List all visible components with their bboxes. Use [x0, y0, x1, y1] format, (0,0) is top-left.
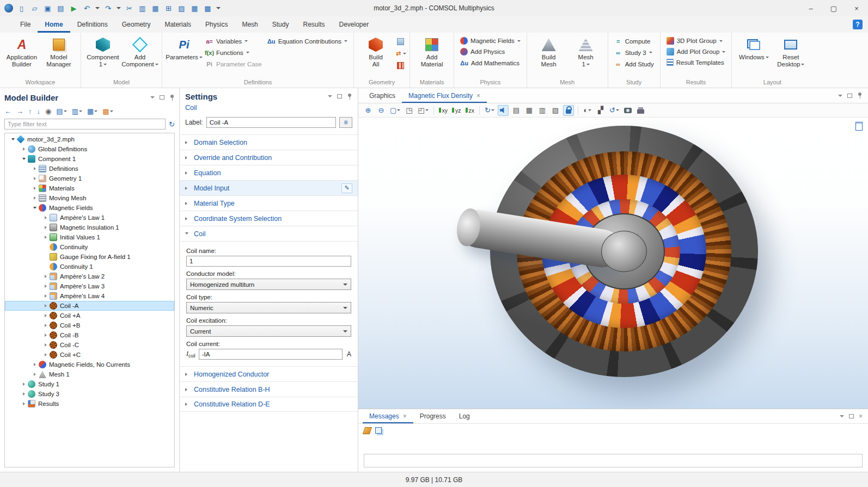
tree-item-gauge-fixing[interactable]: Gauge Fixing for A-field 1	[5, 252, 174, 262]
expand-icon[interactable]	[42, 294, 50, 298]
pin-panel-icon[interactable]	[169, 94, 175, 101]
paste-icon[interactable]: ▦	[151, 3, 160, 13]
save-icon[interactable]: ▣	[43, 3, 52, 13]
geometry-grid-button[interactable]	[395, 60, 406, 70]
collapse-icon[interactable]	[20, 156, 28, 162]
tree-back-button[interactable]: ←	[4, 107, 11, 115]
coil-name-input[interactable]	[186, 256, 351, 267]
float-panel-icon[interactable]	[337, 94, 342, 98]
tree-item-results[interactable]: Results	[5, 399, 174, 409]
expand-icon[interactable]	[42, 216, 50, 219]
section-coil[interactable]: Coil	[180, 226, 358, 241]
update-icon[interactable]: ↺	[608, 105, 620, 116]
zoom-in-icon[interactable]: ⊕	[363, 105, 374, 116]
redo-caret-icon[interactable]	[117, 7, 121, 11]
tree-forward-button[interactable]: →	[16, 107, 23, 115]
expand-icon[interactable]	[42, 353, 50, 356]
section-override-and-contribution[interactable]: Override and Contribution	[180, 150, 358, 165]
expand-icon[interactable]	[31, 363, 39, 366]
tab-developer[interactable]: Developer	[332, 16, 376, 33]
compute-button[interactable]: =Compute	[612, 36, 656, 46]
print-icon[interactable]	[635, 105, 646, 116]
customize-toolbar-caret-icon[interactable]	[216, 7, 221, 11]
duplicate-icon[interactable]: ⊞	[164, 3, 173, 13]
expand-icon[interactable]	[42, 236, 50, 239]
panel-menu-caret-icon[interactable]	[838, 95, 842, 99]
section-equation[interactable]: Equation	[180, 165, 358, 180]
edit-model-input-icon[interactable]: ✎	[341, 183, 352, 193]
expand-icon[interactable]	[42, 275, 50, 278]
collapse-icon[interactable]	[9, 137, 17, 142]
delete-icon[interactable]: ▨	[177, 3, 186, 13]
tree-item-amperes-law-3[interactable]: Ampère's Law 3	[5, 281, 174, 291]
refresh-plot-icon[interactable]: ↻	[484, 105, 496, 116]
section-constitutive-relation-de[interactable]: Constitutive Relation D-E	[180, 397, 358, 412]
tree-item-materials[interactable]: Materials	[5, 183, 174, 193]
functions-button[interactable]: f(x)Functions	[203, 48, 264, 57]
expand-icon[interactable]	[31, 187, 39, 190]
tree-item-global-definitions[interactable]: Global Definitions	[5, 144, 174, 154]
coil-type-select[interactable]: Numeric	[186, 302, 351, 313]
float-panel-icon[interactable]	[160, 95, 164, 100]
move-up-button[interactable]: ↑	[28, 107, 32, 115]
expand-icon[interactable]	[31, 167, 39, 170]
tab-materials[interactable]: Materials	[157, 16, 198, 33]
tab-study[interactable]: Study	[265, 16, 296, 33]
close-panel-icon[interactable]: ×	[859, 412, 863, 420]
minimize-button[interactable]: –	[799, 0, 822, 16]
copy-messages-icon[interactable]	[375, 427, 382, 434]
filter-button[interactable]: ▩	[102, 107, 113, 115]
zoom-out-icon[interactable]: ⊖	[376, 105, 387, 116]
coil-excitation-select[interactable]: Current	[186, 325, 351, 337]
transparency-icon[interactable]: ▞	[595, 105, 606, 116]
undo-caret-icon[interactable]	[95, 7, 100, 11]
tab-physics[interactable]: Physics	[198, 16, 235, 33]
tree-item-amperes-law-1[interactable]: Ampère's Law 1	[5, 213, 174, 223]
expand-icon[interactable]	[42, 324, 50, 327]
add-material-button[interactable]: AddMaterial	[414, 35, 450, 70]
tree-filter-input[interactable]	[4, 119, 166, 130]
tree-item-coil-plus-b[interactable]: Coil +B	[5, 320, 174, 330]
copy-icon[interactable]: ▥	[138, 3, 147, 13]
tree-item-amperes-law-4[interactable]: Ampère's Law 4	[5, 291, 174, 301]
mesh-1-button[interactable]: Mesh1	[568, 35, 604, 70]
cut-icon[interactable]: ✂	[125, 3, 134, 13]
parameter-case-button[interactable]: PiParameter Case	[203, 59, 264, 69]
collapse-nodes-button[interactable]: ▦	[87, 107, 97, 115]
columns-button[interactable]: ▤	[56, 107, 66, 115]
sound-icon[interactable]	[498, 105, 509, 116]
move-down-button[interactable]: ↓	[37, 107, 41, 115]
magnetic-fields-button[interactable]: Magnetic Fields	[458, 36, 523, 45]
tree-item-model-root[interactable]: motor_3d_2.mph	[5, 134, 174, 144]
view-yz-button[interactable]: yz	[451, 105, 462, 116]
plot-data-icon[interactable]: ▥	[537, 105, 548, 116]
tab-geometry[interactable]: Geometry	[115, 16, 158, 33]
3d-plot-group-button[interactable]: 3D Plot Group	[664, 36, 728, 45]
tab-results[interactable]: Results	[296, 16, 332, 33]
motor-3d-render[interactable]	[488, 124, 760, 379]
add-component-button[interactable]: AddComponent	[122, 35, 158, 70]
study-3-button[interactable]: ∞Study 3	[612, 48, 656, 57]
tree-item-initial-values-1[interactable]: Initial Values 1	[5, 232, 174, 242]
tab-magnetic-flux-density[interactable]: Magnetic Flux Density×	[402, 88, 487, 103]
coil-current-input[interactable]	[199, 349, 343, 360]
add-physics-button[interactable]: Add Physics	[458, 47, 523, 56]
tree-item-magnetic-insulation-1[interactable]: Magnetic Insulation 1	[5, 223, 174, 232]
tree-item-study-3[interactable]: Study 3	[5, 389, 174, 399]
view-zx-button[interactable]: zx	[464, 105, 476, 116]
tab-home[interactable]: Home	[38, 16, 70, 33]
close-tab-icon[interactable]: ×	[476, 92, 480, 100]
tree-item-continuity-1[interactable]: Continuity 1	[5, 262, 174, 272]
tree-item-coil-plus-a[interactable]: Coil +A	[5, 311, 174, 320]
windows-button[interactable]: Windows	[736, 35, 772, 63]
section-constitutive-relation-bh[interactable]: Constitutive Relation B-H	[180, 381, 358, 397]
maximize-button[interactable]: ▢	[822, 0, 845, 16]
expand-icon[interactable]	[42, 226, 50, 229]
clear-messages-icon[interactable]	[363, 427, 372, 434]
model-manager-button[interactable]: ModelManager	[41, 35, 77, 70]
pin-panel-icon[interactable]	[347, 93, 352, 100]
section-coordinate-system-selection[interactable]: Coordinate System Selection	[180, 211, 358, 226]
tree-item-coil-minus-a[interactable]: Coil -A	[5, 301, 174, 311]
expand-icon[interactable]	[42, 314, 50, 317]
add-study-button[interactable]: ∞Add Study	[612, 59, 656, 69]
